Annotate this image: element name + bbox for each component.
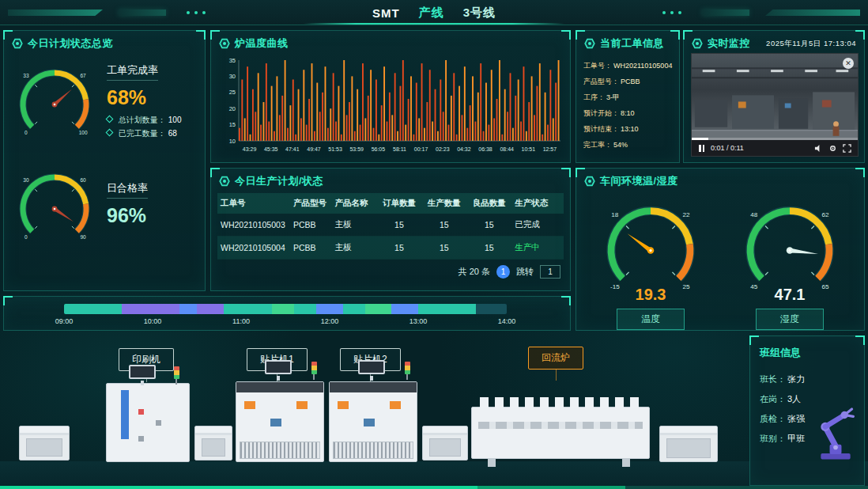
panel-title: 今日计划状态总览 bbox=[28, 36, 113, 51]
signal-tower bbox=[405, 362, 410, 374]
machine-monitor bbox=[265, 360, 292, 374]
machine-monitor bbox=[358, 360, 385, 374]
table-cell: 15 bbox=[466, 214, 511, 237]
svg-text:62: 62 bbox=[822, 211, 830, 218]
header-title: SMT 产线 3号线 bbox=[372, 0, 496, 25]
panel-icon bbox=[584, 38, 595, 49]
svg-text:65: 65 bbox=[822, 283, 830, 290]
video-player[interactable]: 0:01 / 0:11 bbox=[691, 53, 859, 157]
column-header: 产品名称 bbox=[332, 193, 377, 214]
column-header: 良品数量 bbox=[466, 193, 511, 214]
close-icon[interactable] bbox=[843, 58, 854, 69]
panel-icon bbox=[12, 38, 23, 49]
svg-text:10: 10 bbox=[229, 138, 236, 145]
table-cell: 15 bbox=[376, 237, 421, 260]
pause-button[interactable] bbox=[698, 141, 705, 155]
panel-furnace-temperature: 炉温度曲线 10152025303543:2945:3547:4149:4751… bbox=[210, 30, 571, 163]
svg-text:18: 18 bbox=[611, 211, 619, 218]
tab-production-line[interactable]: 产线 bbox=[419, 6, 444, 21]
video-controls: 0:01 / 0:11 bbox=[692, 140, 858, 156]
reflow-oven-machine bbox=[471, 407, 650, 459]
svg-text:0: 0 bbox=[25, 130, 28, 135]
fullscreen-icon[interactable] bbox=[843, 144, 851, 153]
svg-text:00:17: 00:17 bbox=[414, 146, 428, 152]
svg-text:30: 30 bbox=[229, 73, 236, 80]
temperature-label[interactable]: 温度 bbox=[617, 309, 685, 330]
field-row: 产品型号：PCBB bbox=[583, 74, 672, 89]
volume-icon[interactable] bbox=[814, 144, 823, 153]
column-header: 生产状态 bbox=[511, 193, 564, 214]
production-table: 工单号产品型号产品名称订单数量生产数量良品数量生产状态WH20210105003… bbox=[211, 191, 570, 260]
panel-team-info: 班组信息 班长：张力在岗：3人质检：张强班别：甲班 bbox=[749, 335, 865, 486]
svg-text:58:11: 58:11 bbox=[393, 146, 406, 152]
svg-text:06:38: 06:38 bbox=[478, 146, 492, 152]
svg-text:22: 22 bbox=[683, 211, 691, 218]
top-header: SMT 产线 3号线 bbox=[0, 0, 868, 25]
svg-text:08:44: 08:44 bbox=[500, 146, 514, 152]
stat-completed: 已完工数量：68 bbox=[107, 127, 181, 140]
timeline-tick: 14:00 bbox=[498, 317, 516, 325]
header-decoration bbox=[8, 9, 103, 16]
field-row: 班长：张力 bbox=[760, 370, 855, 389]
furnace-temp-chart: 10152025303543:2945:3547:4149:4751:5353:… bbox=[217, 55, 565, 160]
timeline-tick: 13:00 bbox=[409, 317, 428, 325]
panel-icon bbox=[219, 38, 230, 49]
stat-total-planned: 总计划数量：100 bbox=[107, 113, 181, 127]
svg-text:12:57: 12:57 bbox=[543, 146, 557, 152]
table-row[interactable]: WH20210105004PCBB主板151515生产中 bbox=[217, 237, 564, 260]
table-cell: 生产中 bbox=[511, 237, 564, 260]
panel-current-order: 当前工单信息 工单号：WH202110105004产品型号：PCBB工序：3-甲… bbox=[576, 30, 680, 163]
field-row: 预计结束：13:10 bbox=[583, 121, 672, 137]
page-jump-input[interactable] bbox=[540, 265, 560, 279]
field-row: 工单号：WH202110105004 bbox=[583, 58, 672, 74]
panel-title: 车间环境温/湿度 bbox=[600, 174, 678, 188]
svg-text:15: 15 bbox=[229, 121, 236, 128]
svg-text:45: 45 bbox=[750, 283, 758, 290]
column-header: 订单数量 bbox=[376, 193, 421, 214]
worktable bbox=[659, 426, 718, 462]
column-header: 生产数量 bbox=[421, 193, 466, 214]
table-cell: 15 bbox=[376, 214, 421, 237]
svg-text:100: 100 bbox=[79, 130, 88, 135]
worktable bbox=[422, 426, 468, 461]
page-1-button[interactable]: 1 bbox=[496, 265, 510, 279]
header-decoration bbox=[662, 11, 666, 14]
oven-chimneys bbox=[480, 397, 641, 408]
completion-rate-value: 68% bbox=[107, 86, 181, 109]
panel-icon bbox=[692, 38, 703, 49]
robot-arm-icon bbox=[813, 400, 858, 463]
timeline-tick: 09:00 bbox=[55, 317, 74, 325]
table-cell: WH20210105004 bbox=[217, 237, 290, 260]
humidity-label[interactable]: 湿度 bbox=[756, 309, 824, 330]
panel-live-monitor: 实时监控 2025年11月5日 17:13:04 bbox=[683, 30, 865, 163]
svg-text:04:32: 04:32 bbox=[457, 146, 471, 152]
svg-text:48: 48 bbox=[750, 211, 758, 218]
signal-tower bbox=[311, 362, 317, 374]
tab-line-3[interactable]: 3号线 bbox=[463, 6, 496, 21]
svg-text:0: 0 bbox=[25, 234, 28, 240]
production-line-illustration: 印刷机 贴片机1 贴片机2 回流炉 bbox=[0, 335, 749, 489]
header-decoration bbox=[187, 11, 190, 14]
temperature-gauge: -15182225 bbox=[591, 193, 710, 300]
jump-label: 跳转 bbox=[516, 266, 534, 278]
svg-text:10:51: 10:51 bbox=[522, 146, 536, 152]
settings-icon[interactable] bbox=[828, 144, 837, 153]
timeline-strip bbox=[64, 304, 507, 314]
smt-dashboard: SMT 产线 3号线 今日计划状态总览 03367100 工单完成率 68% 总… bbox=[0, 0, 868, 489]
field-row: 工序：3-甲 bbox=[583, 89, 672, 105]
table-cell: 15 bbox=[421, 237, 466, 260]
table-row[interactable]: WH20210105003PCBB主板151515已完成 bbox=[217, 214, 564, 237]
worktable bbox=[19, 426, 70, 461]
panel-title: 班组信息 bbox=[750, 336, 864, 366]
timestamp: 2025年11月5日 17:13:04 bbox=[766, 39, 856, 49]
mounter-machine-1 bbox=[236, 381, 324, 462]
table-cell: PCBB bbox=[290, 214, 332, 237]
pass-rate-value: 96% bbox=[107, 204, 148, 227]
svg-text:60: 60 bbox=[80, 177, 86, 183]
machine-label-reflow-oven[interactable]: 回流炉 bbox=[528, 347, 583, 370]
svg-text:47:41: 47:41 bbox=[285, 146, 300, 152]
panel-environment: 车间环境温/湿度 -15182225 19.3 温度 45486265 47.1… bbox=[576, 168, 865, 331]
gauge-label: 工单完成率 bbox=[107, 63, 158, 81]
timeline-tick: 11:00 bbox=[232, 317, 250, 325]
table-cell: 已完成 bbox=[511, 214, 564, 237]
